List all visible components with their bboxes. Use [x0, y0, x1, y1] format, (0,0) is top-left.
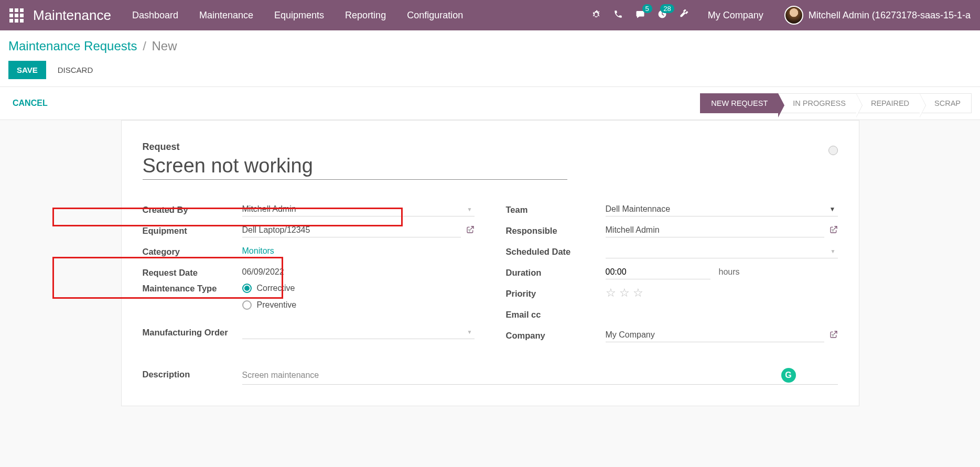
form-col-left: Created By ▼ Equipment ▼ Category — [143, 199, 475, 345]
label-created-by: Created By — [143, 204, 242, 215]
status-in-progress[interactable]: IN PROGRESS — [778, 93, 856, 113]
nav-dashboard[interactable]: Dashboard — [132, 10, 178, 21]
cancel-button[interactable]: CANCEL — [8, 96, 52, 110]
responsible-field[interactable] — [606, 223, 824, 237]
radio-corrective[interactable]: Corrective — [242, 284, 297, 293]
external-link-icon[interactable] — [830, 225, 838, 235]
tools-icon[interactable] — [680, 9, 689, 21]
request-label: Request — [143, 142, 838, 153]
description-row: Description — [143, 366, 838, 385]
created-by-field[interactable] — [242, 202, 475, 216]
kanban-state-dot[interactable] — [828, 146, 838, 155]
grammarly-icon[interactable]: G — [781, 368, 796, 383]
label-request-date: Request Date — [143, 267, 242, 278]
breadcrumb-parent[interactable]: Maintenance Requests — [8, 39, 137, 53]
external-link-icon[interactable] — [466, 225, 475, 235]
status-scrap[interactable]: SCRAP — [920, 93, 972, 113]
breadcrumb: Maintenance Requests / New — [8, 39, 972, 53]
scheduled-date-field[interactable] — [606, 244, 838, 258]
label-category: Category — [143, 246, 242, 257]
breadcrumb-current: New — [152, 39, 177, 53]
request-title-input[interactable] — [143, 155, 567, 180]
radio-unchecked-icon — [242, 300, 252, 310]
radio-corrective-label: Corrective — [257, 284, 295, 293]
label-mo: Manufacturing Order — [143, 327, 242, 338]
label-priority: Priority — [506, 288, 606, 299]
label-equipment: Equipment — [143, 225, 242, 236]
status-repaired[interactable]: REPAIRED — [856, 93, 920, 113]
company-switcher[interactable]: My Company — [708, 10, 763, 21]
description-field[interactable] — [242, 366, 838, 385]
star-icon[interactable]: ☆ — [619, 286, 630, 300]
hours-label: hours — [719, 267, 740, 277]
nav-configuration[interactable]: Configuration — [407, 10, 463, 21]
nav-maintenance[interactable]: Maintenance — [199, 10, 253, 21]
avatar — [784, 6, 803, 25]
radio-checked-icon — [242, 284, 252, 293]
company-field[interactable] — [606, 328, 824, 342]
nav-icons: 5 28 My Company — [591, 9, 763, 21]
form-sheet: Request Created By ▼ Equipment ▼ — [121, 120, 859, 406]
label-email-cc: Email cc — [506, 309, 606, 320]
priority-stars: ☆ ☆ ☆ — [606, 286, 643, 300]
bug-icon[interactable] — [591, 9, 601, 21]
external-link-icon[interactable] — [830, 330, 838, 340]
messages-badge: 5 — [642, 4, 652, 13]
label-responsible: Responsible — [506, 225, 606, 236]
form-columns: Created By ▼ Equipment ▼ Category — [143, 199, 838, 345]
nav-menu: Dashboard Maintenance Equipments Reporti… — [132, 10, 591, 21]
activities-badge: 28 — [660, 4, 674, 13]
control-panel: Maintenance Requests / New SAVE DISCARD — [0, 30, 980, 87]
equipment-field[interactable] — [242, 223, 461, 237]
label-company: Company — [506, 330, 606, 341]
label-maintenance-type: Maintenance Type — [143, 283, 242, 294]
status-new-request[interactable]: NEW REQUEST — [700, 93, 778, 113]
star-icon[interactable]: ☆ — [606, 286, 616, 300]
activities-icon[interactable]: 28 — [658, 9, 667, 21]
team-field[interactable] — [606, 202, 838, 216]
navbar: Maintenance Dashboard Maintenance Equipm… — [0, 0, 980, 30]
request-date-value: 06/09/2022 — [242, 267, 284, 277]
apps-icon[interactable] — [9, 8, 24, 23]
label-team: Team — [506, 204, 606, 215]
user-menu[interactable]: Mitchell Admin (16273178-saas-15-1-a — [784, 6, 971, 25]
label-description: Description — [143, 366, 242, 385]
save-button[interactable]: SAVE — [8, 61, 46, 79]
discard-button[interactable]: DISCARD — [49, 61, 102, 79]
breadcrumb-sep: / — [143, 39, 146, 53]
app-brand[interactable]: Maintenance — [33, 7, 111, 24]
statusbar: CANCEL NEW REQUEST IN PROGRESS REPAIRED … — [0, 87, 980, 120]
form-container: Request Created By ▼ Equipment ▼ — [113, 120, 868, 406]
radio-preventive[interactable]: Preventive — [242, 300, 297, 310]
label-scheduled-date: Scheduled Date — [506, 246, 606, 257]
mo-field[interactable] — [242, 325, 475, 339]
label-duration: Duration — [506, 267, 606, 278]
form-col-right: Team ▼ Responsible ▼ Scheduled Date — [506, 199, 838, 345]
category-link[interactable]: Monitors — [242, 246, 274, 256]
duration-field[interactable] — [606, 265, 710, 279]
user-name: Mitchell Admin (16273178-saas-15-1-a — [809, 10, 971, 21]
nav-reporting[interactable]: Reporting — [345, 10, 386, 21]
radio-preventive-label: Preventive — [257, 300, 297, 310]
action-buttons: SAVE DISCARD — [8, 61, 972, 86]
nav-equipments[interactable]: Equipments — [274, 10, 324, 21]
star-icon[interactable]: ☆ — [633, 286, 643, 300]
phone-icon[interactable] — [613, 9, 623, 21]
status-steps: NEW REQUEST IN PROGRESS REPAIRED SCRAP — [700, 93, 972, 113]
messages-icon[interactable]: 5 — [636, 9, 645, 21]
maintenance-type-radio: Corrective Preventive — [242, 283, 297, 310]
